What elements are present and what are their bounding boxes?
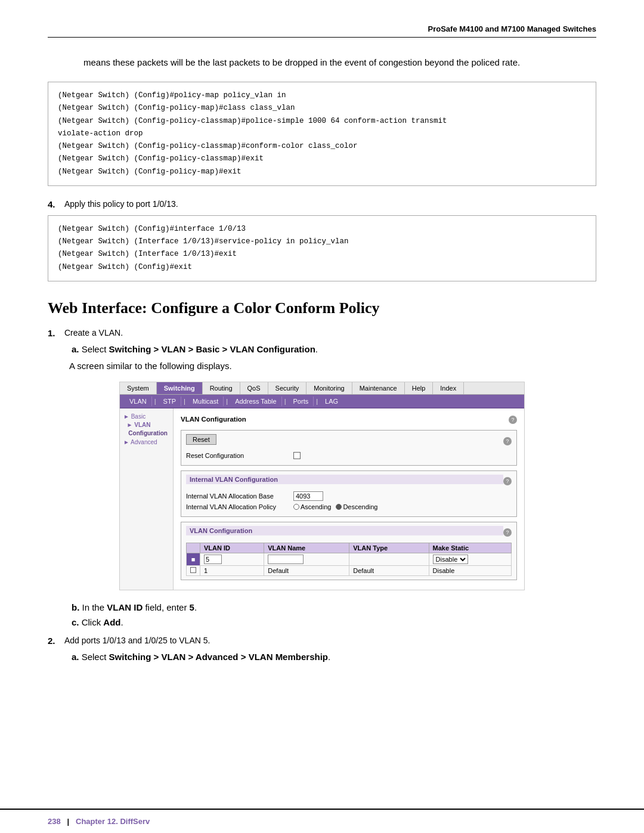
nav-bar: System Switching Routing QoS Security Mo… xyxy=(120,382,524,395)
alloc-base-row: Internal VLAN Allocation Base xyxy=(186,491,512,501)
new-make-static-cell: Disable xyxy=(429,553,511,565)
col-vlan-type: VLAN Type xyxy=(349,543,429,553)
footer-chapter: Chapter 12. DiffServ xyxy=(76,817,150,826)
vlan-id-1: 1 xyxy=(200,565,264,575)
vlan-table: VLAN ID VLAN Name VLAN Type Make Static … xyxy=(186,543,512,576)
step-1-number: 1. xyxy=(48,328,60,338)
footer-text: 238 | Chapter 12. DiffServ xyxy=(48,817,150,826)
sidebar-link-vlan[interactable]: ► VLAN xyxy=(123,422,169,428)
alloc-policy-label: Internal VLAN Allocation Policy xyxy=(186,503,293,510)
nav-system[interactable]: System xyxy=(120,382,157,394)
alloc-desc-option[interactable]: Descending xyxy=(336,503,377,510)
nav-maintenance[interactable]: Maintenance xyxy=(352,382,405,394)
screen-similar-text: A screen similar to the following displa… xyxy=(69,359,596,373)
step-2-block: 2. Add ports 1/0/13 and 1/0/25 to VLAN 5… xyxy=(48,636,596,662)
sidebar-link-advanced[interactable]: ► Advanced xyxy=(123,439,169,445)
code-line: (Netgear Switch) (Config)#exit xyxy=(58,261,586,274)
alloc-base-input[interactable] xyxy=(293,491,323,501)
reset-config-row: Reset Configuration xyxy=(186,452,512,459)
code-line: (Netgear Switch) (Config)#policy-map pol… xyxy=(58,89,586,102)
code-block-2: (Netgear Switch) (Config)#interface 1/0/… xyxy=(48,215,596,281)
col-make-static: Make Static xyxy=(429,543,511,553)
footer-page-num: 238 xyxy=(48,817,61,826)
code-line: (Netgear Switch) (Config-policy-classmap… xyxy=(58,153,586,165)
sub-nav-address-table[interactable]: Address Table xyxy=(230,397,282,406)
alloc-desc-radio[interactable] xyxy=(336,504,342,510)
step-2-text: Add ports 1/0/13 and 1/0/25 to VLAN 5. xyxy=(64,636,210,645)
sub-step-2a-text: Select Switching > VLAN > Advanced > VLA… xyxy=(82,652,330,662)
new-vlan-name-cell xyxy=(264,553,349,565)
reset-config-checkbox[interactable] xyxy=(293,452,301,459)
make-static-select[interactable]: Disable xyxy=(433,555,468,564)
vlan-row-new: ■ Disable xyxy=(187,553,512,565)
code-line: (Netgear Switch) (Config-policy-map)#exi… xyxy=(58,166,586,178)
vlan-table-title-row: VLAN Configuration ? xyxy=(186,526,512,539)
nav-help[interactable]: Help xyxy=(405,382,434,394)
col-checkbox xyxy=(187,543,200,553)
sub-nav-bar: VLAN | STP | Multicast | Address Table |… xyxy=(120,395,524,408)
sub-nav-ports[interactable]: Ports xyxy=(289,397,314,406)
step-1-text: Create a VLAN. xyxy=(64,328,123,337)
vlan-config-header: VLAN Configuration ? xyxy=(181,413,517,426)
help-icon-table[interactable]: ? xyxy=(503,528,512,537)
alpha-label-a: a. xyxy=(72,344,79,354)
ui-body: ► Basic ► VLAN Configuration ► Advanced … xyxy=(120,408,524,590)
sub-nav-sep4: | xyxy=(282,397,289,406)
vlan-table-section: VLAN Configuration ? VLAN ID VLAN Name V… xyxy=(181,522,517,580)
sub-step-1a-text: Select Switching > VLAN > Basic > VLAN C… xyxy=(82,344,318,354)
sub-nav-sep2: | xyxy=(181,397,188,406)
step-4: 4. Apply this policy to port 1/0/13. xyxy=(48,199,596,209)
col-vlan-name: VLAN Name xyxy=(264,543,349,553)
sub-nav-sep1: | xyxy=(152,397,159,406)
new-vlan-type-cell xyxy=(349,553,429,565)
reset-button[interactable]: Reset xyxy=(186,434,216,445)
sub-step-1b: b. In the VLAN ID field, enter 5. xyxy=(72,602,596,612)
sub-nav-stp[interactable]: STP xyxy=(159,397,181,406)
step-1: 1. Create a VLAN. xyxy=(48,328,596,338)
reset-config-label: Reset Configuration xyxy=(186,452,293,459)
sub-nav-sep3: | xyxy=(224,397,230,406)
alpha-label-b: b. xyxy=(72,602,79,612)
sidebar-link-basic[interactable]: ► Basic xyxy=(123,413,169,420)
step-2: 2. Add ports 1/0/13 and 1/0/25 to VLAN 5… xyxy=(48,636,596,646)
sub-nav-lag[interactable]: LAG xyxy=(320,397,343,406)
sub-nav-sep5: | xyxy=(314,397,320,406)
alloc-asc-radio[interactable] xyxy=(293,504,299,510)
sub-step-1b-text: In the VLAN ID field, enter 5. xyxy=(82,602,197,612)
vlan-id-input[interactable] xyxy=(204,555,222,564)
reset-row: Reset ? xyxy=(186,434,512,448)
help-icon-main[interactable]: ? xyxy=(509,416,517,424)
internal-vlan-section: Internal VLAN Configuration ? Internal V… xyxy=(181,470,517,517)
nav-security[interactable]: Security xyxy=(268,382,307,394)
nav-routing[interactable]: Routing xyxy=(203,382,240,394)
code-line: (Netgear Switch) (Config-policy-classmap… xyxy=(58,115,586,128)
nav-switching[interactable]: Switching xyxy=(157,382,203,394)
row-1-checkbox[interactable] xyxy=(190,567,196,573)
vlan-table-header-row: VLAN ID VLAN Name VLAN Type Make Static xyxy=(187,543,512,553)
sub-step-1a: a. Select Switching > VLAN > Basic > VLA… xyxy=(72,344,596,354)
nav-monitoring[interactable]: Monitoring xyxy=(306,382,352,394)
ui-screenshot: System Switching Routing QoS Security Mo… xyxy=(119,382,525,590)
page-footer: 238 | Chapter 12. DiffServ xyxy=(0,809,644,833)
ui-sidebar: ► Basic ► VLAN Configuration ► Advanced xyxy=(120,408,174,590)
nav-index[interactable]: Index xyxy=(433,382,464,394)
ui-main-content: VLAN Configuration ? Reset ? Reset Confi… xyxy=(174,408,524,590)
section-heading: Web Interface: Configure a Color Conform… xyxy=(48,299,596,317)
sub-nav-vlan[interactable]: VLAN xyxy=(125,397,152,406)
vlan-config-title: VLAN Configuration xyxy=(181,416,246,423)
vlan-name-input[interactable] xyxy=(268,555,304,564)
header-title: ProSafe M4100 and M7100 Managed Switches xyxy=(428,24,597,33)
nav-qos[interactable]: QoS xyxy=(240,382,268,394)
alloc-base-label: Internal VLAN Allocation Base xyxy=(186,493,293,500)
sub-step-1c-text: Click Add. xyxy=(82,617,123,627)
sidebar-link-config[interactable]: Configuration xyxy=(123,430,169,436)
help-icon-reset[interactable]: ? xyxy=(503,437,512,445)
code-line: (Netgear Switch) (Config-policy-map)#cla… xyxy=(58,102,586,114)
sub-nav-multicast[interactable]: Multicast xyxy=(188,397,224,406)
code-block-1: (Netgear Switch) (Config)#policy-map pol… xyxy=(48,82,596,186)
vlan-row-1: 1 Default Default Disable xyxy=(187,565,512,575)
help-icon-internal[interactable]: ? xyxy=(503,477,512,485)
alloc-policy-row: Internal VLAN Allocation Policy Ascendin… xyxy=(186,503,512,510)
alloc-asc-option[interactable]: Ascending xyxy=(293,503,331,510)
intro-paragraph: means these packets will be the last pac… xyxy=(83,55,561,70)
